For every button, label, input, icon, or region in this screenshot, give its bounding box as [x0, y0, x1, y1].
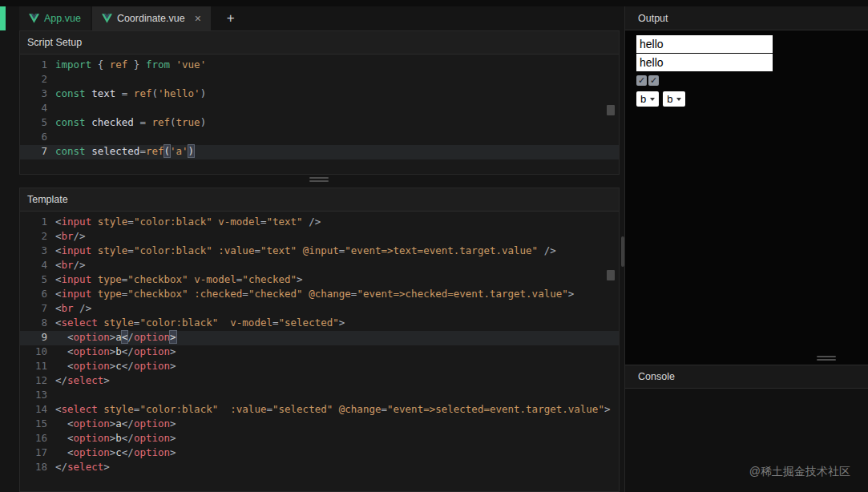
add-tab-button[interactable]: + [227, 6, 235, 30]
code-token: > [170, 417, 176, 429]
code-token: select [67, 461, 103, 473]
line-number: 18 [20, 461, 55, 473]
select-value: b [640, 93, 646, 105]
output-console-panel: Output ✓✓ bb Console @稀土掘金技术社区 [624, 6, 868, 492]
code-token: select [67, 374, 103, 386]
top-strip [0, 0, 868, 6]
code-token: </ [122, 417, 134, 429]
scroll-marker [607, 105, 615, 115]
code-token: / [127, 331, 134, 343]
code-line: 11 <option>c</option> [20, 360, 619, 374]
code-token: true [176, 116, 200, 128]
code-token: } [127, 58, 146, 71]
code-token: ( [151, 87, 158, 99]
close-icon[interactable]: × [195, 13, 201, 24]
code-line: 6 [20, 131, 619, 145]
code-token: b [115, 345, 122, 357]
code-token [91, 216, 98, 228]
output-checkbox[interactable]: ✓ [648, 75, 659, 86]
scroll-marker [607, 270, 615, 280]
code-token: c [115, 446, 122, 458]
code-token: </ [122, 432, 134, 444]
code-token: < [55, 216, 62, 228]
code-token: 'a' [170, 145, 188, 157]
code-token: </ [122, 345, 134, 357]
output-split-handle[interactable] [817, 356, 836, 361]
tab-label: App.vue [44, 13, 81, 24]
chevron-down-icon [676, 98, 681, 101]
code-line: 12</select> [20, 374, 619, 389]
code-token: input [62, 216, 92, 228]
code-token [55, 331, 67, 343]
output-text-input[interactable] [636, 54, 773, 71]
code-token: input [62, 288, 92, 300]
tab-app-vue[interactable]: App.vue [19, 6, 91, 30]
line-number: 6 [20, 288, 55, 300]
code-token: < [55, 259, 62, 271]
code-token: input [62, 244, 92, 256]
code-token: "text" [266, 216, 302, 228]
output-select[interactable]: b [636, 91, 659, 107]
code-token: /> [303, 216, 321, 228]
code-line: 3<input style="color:black" :value="text… [20, 244, 619, 259]
code-token: "color:black" [134, 216, 212, 228]
code-token: /> [74, 230, 86, 242]
code-token: < [55, 403, 62, 415]
code-token: import [55, 58, 91, 71]
code-token: checked [91, 116, 134, 128]
line-number: 6 [20, 131, 55, 143]
code-line: 4<br/> [20, 259, 619, 273]
output-select[interactable]: b [663, 91, 685, 107]
code-token: </ [55, 374, 67, 386]
template-panel-title: Template [27, 194, 68, 205]
code-token: option [74, 331, 110, 343]
script-code-editor[interactable]: 1import { ref } from 'vue'23const text =… [20, 54, 619, 159]
output-checkbox[interactable]: ✓ [636, 75, 647, 86]
tab-bar: App.vue Coordinate.vue × + [19, 6, 235, 30]
code-line: 16 <option>b</option> [20, 432, 619, 446]
code-token: < [55, 230, 62, 242]
output-preview: ✓✓ bb [625, 30, 868, 365]
code-token: ref [151, 116, 170, 128]
output-checkboxes: ✓✓ [636, 75, 868, 86]
tab-coordinate-vue[interactable]: Coordinate.vue × [92, 6, 211, 30]
code-token: style [103, 317, 134, 329]
code-token: br [62, 259, 74, 271]
code-token: { [91, 58, 110, 71]
code-token: option [74, 446, 110, 458]
template-editor-panel: Template 1<input style="color:black" v-m… [19, 188, 620, 492]
line-number: 12 [20, 374, 55, 386]
code-token: = [127, 244, 134, 256]
line-number: 1 [20, 216, 55, 228]
line-number: 2 [20, 230, 55, 242]
code-token [218, 317, 230, 329]
code-token [55, 345, 67, 357]
code-token: option [134, 446, 170, 458]
code-token: ( [170, 116, 176, 128]
code-token: ref [146, 145, 164, 157]
code-token: = [115, 87, 134, 99]
output-text-input[interactable] [636, 35, 773, 53]
template-code-editor[interactable]: 1<input style="color:black" v-model="tex… [20, 212, 619, 475]
code-line: 2<br/> [20, 230, 619, 244]
code-token [188, 273, 195, 285]
code-token: const [55, 116, 86, 128]
code-token [297, 244, 303, 256]
editor-split-handle[interactable] [309, 177, 329, 182]
line-number: 3 [20, 87, 55, 99]
code-token: > [170, 345, 176, 357]
code-token: = [134, 116, 152, 128]
line-number: 15 [20, 417, 55, 429]
chevron-down-icon [650, 98, 655, 101]
code-token: br [62, 230, 74, 242]
code-token: > [170, 446, 176, 458]
code-token: < [67, 446, 74, 458]
code-token: "event=>text=event.target.value" [345, 244, 538, 256]
line-number: 4 [20, 259, 55, 271]
code-token: = [127, 216, 134, 228]
line-number: 10 [20, 345, 55, 357]
select-value: b [667, 93, 672, 105]
code-token: "event=>selected=event.target.value" [387, 403, 604, 415]
code-token: = [381, 403, 387, 415]
line-number: 14 [20, 403, 55, 415]
